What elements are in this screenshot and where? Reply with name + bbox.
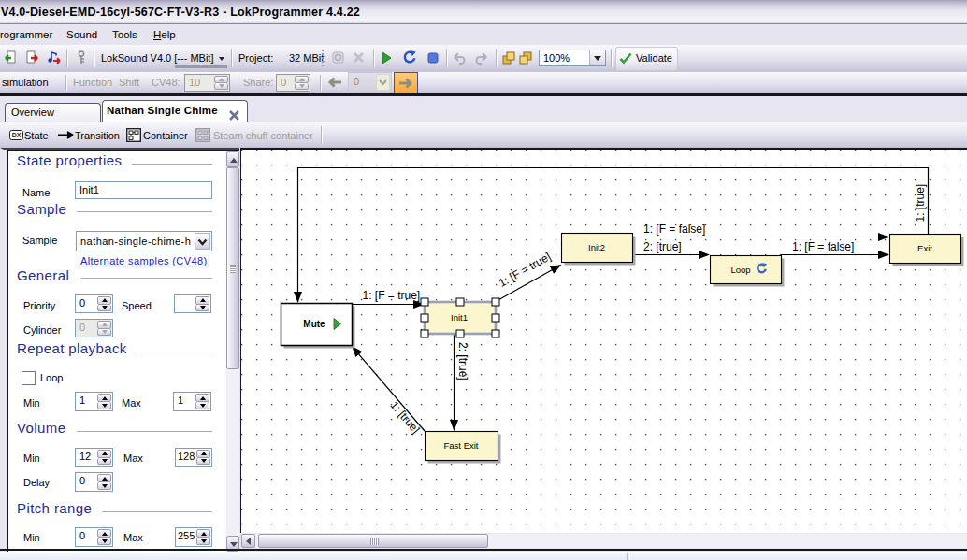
- svg-text:Loop: Loop: [730, 265, 750, 275]
- svg-text:1: [F = false]: 1: [F = false]: [643, 223, 705, 236]
- svg-text:Exit: Exit: [917, 243, 932, 253]
- svg-text:Fast Exit: Fast Exit: [444, 440, 479, 451]
- svg-text:Init1: Init1: [451, 312, 468, 323]
- svg-text:1: [F = true]: 1: [F = true]: [363, 289, 421, 302]
- svg-text:Init2: Init2: [588, 242, 605, 252]
- svg-text:Mute: Mute: [303, 319, 325, 329]
- svg-text:DX: DX: [12, 132, 22, 138]
- svg-text:1: [F = false]: 1: [F = false]: [792, 240, 854, 253]
- svg-text:1: [true]: 1: [true]: [914, 184, 927, 223]
- svg-text:2: [true]: 2: [true]: [643, 240, 682, 253]
- svg-text:2: [true]: 2: [true]: [456, 342, 469, 381]
